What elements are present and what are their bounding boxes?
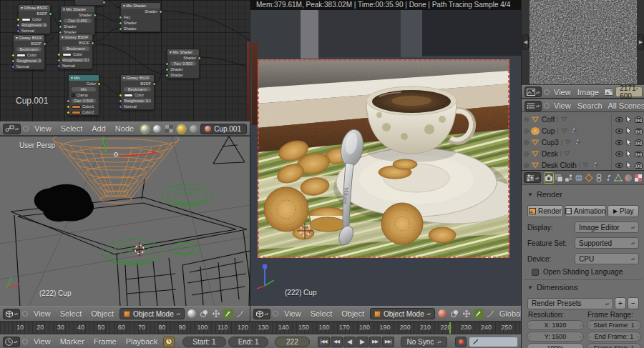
- end-frame-field[interactable]: ‹End Frame: 1›: [587, 332, 641, 342]
- image-datablock-icon[interactable]: [603, 87, 613, 97]
- record-button[interactable]: [455, 337, 467, 347]
- outliner-row[interactable]: +Cup3|: [522, 136, 644, 148]
- outliner-row[interactable]: +Coff|: [522, 114, 644, 125]
- node-socket[interactable]: [11, 65, 15, 69]
- node-socket[interactable]: [16, 18, 20, 21]
- header-panels-toggle[interactable]: [22, 339, 28, 344]
- shader-node[interactable]: ▾ Glossy BSDFBSDFBeckmannColorRoughness:…: [13, 34, 45, 70]
- color-swatch[interactable]: [62, 53, 72, 56]
- editor-type-button[interactable]: ▴▾: [253, 309, 270, 319]
- node-tree-icon[interactable]: [188, 124, 198, 134]
- visibility-eye-icon[interactable]: [615, 128, 623, 134]
- play-reverse-button[interactable]: ◀: [343, 337, 356, 347]
- current-frame-field[interactable]: 222: [275, 337, 309, 347]
- node-socket[interactable]: [67, 111, 70, 114]
- manipulator-translate-icon[interactable]: [462, 309, 472, 319]
- node-socket[interactable]: [119, 99, 122, 103]
- keying-set-field[interactable]: [469, 337, 518, 347]
- jump-to-end-button[interactable]: ▶▶|: [382, 337, 394, 347]
- renderability-camera-icon[interactable]: [635, 151, 643, 157]
- node-socket[interactable]: [67, 99, 70, 103]
- tab-constraints[interactable]: [594, 172, 603, 184]
- node-socket[interactable]: [119, 16, 122, 19]
- expand-icon[interactable]: +: [524, 163, 529, 168]
- node-row-field[interactable]: Beckmann: [14, 46, 44, 52]
- animation-button[interactable]: Animation: [565, 205, 606, 217]
- node-row-field[interactable]: Roughness: 0.200: [14, 58, 44, 64]
- selectability-cursor-icon[interactable]: [626, 161, 632, 169]
- shader-type-compositing-icon[interactable]: [164, 124, 174, 134]
- visibility-eye-icon[interactable]: [615, 151, 623, 157]
- object-name[interactable]: Desk Cloth: [542, 161, 577, 169]
- node-socket[interactable]: [102, 1, 106, 4]
- selectability-cursor-icon[interactable]: [626, 127, 632, 134]
- expand-icon[interactable]: +: [524, 151, 529, 156]
- renderability-camera-icon[interactable]: [635, 139, 643, 146]
- preset-remove-button[interactable]: −: [628, 297, 639, 309]
- expand-icon[interactable]: +: [524, 129, 529, 134]
- node-socket[interactable]: [152, 82, 156, 86]
- node-socket[interactable]: [67, 105, 70, 109]
- shader-node[interactable]: ▾ Diffuse BSDFBSDFColorRoughness: 0.000N…: [18, 4, 51, 34]
- tab-modifiers[interactable]: [604, 172, 613, 184]
- time-display-toggle[interactable]: [163, 337, 175, 347]
- expand-icon[interactable]: +: [524, 140, 529, 145]
- header-panels-toggle[interactable]: [544, 89, 550, 95]
- shader-node[interactable]: ▾ Glossy BSDFBSDFBeckmannColorRoughness:…: [59, 34, 93, 69]
- sync-dropdown[interactable]: No Sync▴▾: [401, 337, 448, 347]
- node-row-field[interactable]: Beckmann: [121, 86, 154, 92]
- start-frame-field[interactable]: ‹Start Frame: 1›: [587, 320, 641, 330]
- editor-type-button[interactable]: ▴▾: [525, 86, 542, 97]
- node-row-field[interactable]: Fac: 0.500: [69, 98, 99, 104]
- outliner-row[interactable]: +Desk|: [522, 148, 644, 159]
- display-mode-dropdown[interactable]: All Scenes▴▾: [607, 101, 644, 110]
- node-socket[interactable]: [59, 19, 62, 23]
- node-editor-canvas[interactable]: ▾ ▾ Diffuse BSDFBSDFColorRoughness: 0.00…: [0, 0, 250, 121]
- color-swatch[interactable]: [16, 54, 26, 57]
- menu-playback[interactable]: Playback: [122, 337, 162, 346]
- tab-texture[interactable]: [633, 172, 643, 184]
- manipulator-translate-icon[interactable]: [211, 309, 221, 319]
- renderability-camera-icon[interactable]: [635, 116, 643, 123]
- display-dropdown[interactable]: Image Editor▴▾: [575, 222, 639, 233]
- node-socket[interactable]: [165, 62, 169, 66]
- node-socket[interactable]: [16, 29, 20, 33]
- node-socket[interactable]: [49, 12, 52, 16]
- node-socket[interactable]: [16, 24, 20, 27]
- object-name[interactable]: Cup3: [542, 139, 559, 146]
- snap-element-icon[interactable]: [223, 309, 233, 319]
- color-swatch[interactable]: [72, 105, 81, 109]
- tab-scene[interactable]: [565, 172, 574, 184]
- tab-object-data[interactable]: [614, 172, 623, 184]
- current-frame-marker[interactable]: [449, 322, 451, 334]
- selectability-cursor-icon[interactable]: [626, 139, 632, 146]
- resolution-y-field[interactable]: ‹Y: 1500›: [527, 332, 584, 342]
- node-row-field[interactable]: Mix: [69, 86, 99, 92]
- node-row-field[interactable]: Fac: 0.500: [167, 61, 199, 66]
- visibility-eye-icon[interactable]: [615, 116, 623, 123]
- visibility-eye-icon[interactable]: [615, 139, 623, 146]
- node-checkbox[interactable]: [72, 94, 75, 97]
- panel-arrow-left-icon[interactable]: ◀: [522, 34, 529, 50]
- pivot-point-icon[interactable]: [199, 309, 209, 319]
- node-socket[interactable]: [59, 25, 62, 29]
- node-socket[interactable]: [197, 56, 201, 60]
- resolution-percent-button[interactable]: 100%: [527, 343, 584, 348]
- menu-search[interactable]: Search: [575, 101, 605, 110]
- mode-dropdown[interactable]: Object Mode▴▾: [370, 308, 435, 319]
- menu-image[interactable]: Image: [575, 88, 602, 96]
- node-socket[interactable]: [43, 42, 47, 46]
- node-socket[interactable]: [57, 64, 61, 68]
- node-row-field[interactable]: Fac: 0.450: [61, 18, 94, 24]
- menu-object[interactable]: Object: [87, 309, 117, 318]
- timeline-start-field[interactable]: Start: 1: [182, 337, 226, 347]
- resolution-x-field[interactable]: ‹X: 1920›: [527, 320, 584, 330]
- feature-set-dropdown[interactable]: Supported▴▾: [575, 237, 639, 249]
- header-panels-toggle[interactable]: [273, 311, 278, 317]
- object-name[interactable]: Desk: [542, 150, 558, 158]
- frame-step-field[interactable]: ‹Frame Step: 1›: [587, 343, 641, 348]
- shader-node[interactable]: ▾ MixColorMixClampFac: 0.500Color1Color2: [68, 74, 99, 116]
- render-presets-dropdown[interactable]: Render Presets▴▾: [527, 298, 613, 309]
- render-button[interactable]: Render: [527, 205, 563, 217]
- material-datablock-field[interactable]: Cup.001: [200, 124, 247, 134]
